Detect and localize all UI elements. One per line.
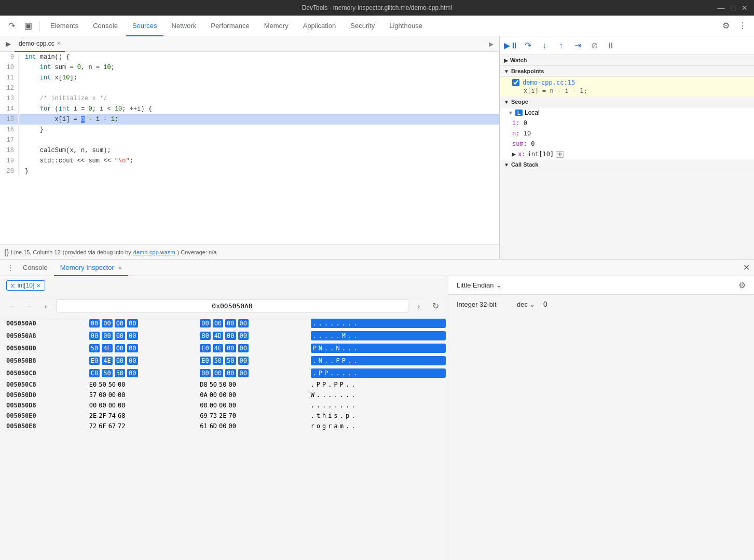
nav-separator-1 <box>39 21 40 31</box>
int32-value: 0 <box>543 300 547 308</box>
code-line-20: 20 } <box>0 166 499 176</box>
pause-on-exception-btn[interactable]: ⏸ <box>604 38 618 53</box>
table-row: 005050B0504E0000E04E0000PN..N... <box>0 342 448 354</box>
device-toggle-btn[interactable]: ▣ <box>21 19 35 33</box>
mem-addr-cell: 005050C0 <box>0 367 87 379</box>
refresh-btn[interactable]: ↻ <box>429 300 442 312</box>
mem-addr-cell: 005050A0 <box>0 317 87 330</box>
scope-var-n: n: 10 <box>500 128 754 139</box>
close-icon[interactable]: ✕ <box>742 4 748 12</box>
breakpoint-code-1: x[i] = n - i - 1; <box>512 87 742 94</box>
endian-select[interactable]: Little Endian ⌄ <box>457 281 502 289</box>
int32-row: Integer 32-bit dec ⌄ 0 <box>448 295 754 313</box>
bottom-tabs: ⋮ Console Memory Inspector ✕ ✕ <box>0 259 754 276</box>
mem-hex1-cell: 2E2F7468 <box>87 411 198 421</box>
scope-arrow: ▼ <box>504 99 509 105</box>
watch-arrow: ▶ <box>504 58 508 63</box>
mem-chars-cell: PN..N... <box>309 342 448 354</box>
code-area[interactable]: 9 int main() { 10 int sum = 0, n = 10; 1… <box>0 52 499 244</box>
mem-hex2-cell: D8505000 <box>198 379 308 390</box>
mem-addr-cell: 005050D8 <box>0 400 87 411</box>
code-line-11: 11 int x[10]; <box>0 73 499 83</box>
memory-inspector-tab-close[interactable]: ✕ <box>118 265 122 271</box>
debug-panel: ▶⏸ ↷ ↓ ↑ ⇥ ⊘ ⏸ ▶ Watch ▼ Breakpoints <box>500 36 754 259</box>
step-btn[interactable]: ⇥ <box>570 38 585 53</box>
memory-chip-close[interactable]: ✕ <box>36 283 40 289</box>
mem-addr-cell: 005050B0 <box>0 342 87 354</box>
endian-settings-icon[interactable]: ⚙ <box>738 280 746 290</box>
address-nav: ← → ‹ › ↻ <box>0 295 448 317</box>
tab-network[interactable]: Network <box>166 16 203 36</box>
tab-sources[interactable]: Sources <box>126 16 163 36</box>
addr-left-btn[interactable]: ‹ <box>39 300 52 312</box>
source-run-btn[interactable]: ▶ <box>485 38 497 50</box>
addr-back-btn[interactable]: ← <box>6 300 19 312</box>
memory-chip[interactable]: x: int[10] ✕ <box>6 280 45 291</box>
step-into-btn[interactable]: ↓ <box>537 38 552 53</box>
minimize-icon[interactable]: ― <box>718 4 725 12</box>
settings-icon-btn[interactable]: ⚙ <box>719 19 733 33</box>
call-stack-label: Call Stack <box>511 161 539 168</box>
table-row: 005050D80000000000000000........ <box>0 400 448 411</box>
step-out-btn[interactable]: ↑ <box>554 38 568 53</box>
window-controls[interactable]: ― □ ✕ <box>718 4 748 12</box>
watch-header[interactable]: ▶ Watch <box>500 55 754 66</box>
tab-performance[interactable]: Performance <box>204 16 255 36</box>
mem-chars-cell: .N..PP.. <box>309 354 448 367</box>
mem-hex1-cell: E04E0000 <box>87 354 198 367</box>
mem-addr-cell: 005050D0 <box>0 390 87 400</box>
call-stack-header[interactable]: ▼ Call Stack <box>500 159 754 170</box>
endian-bar: Little Endian ⌄ ⚙ <box>448 276 754 295</box>
mem-chars-cell: rogram.. <box>309 421 448 431</box>
deactivate-btn[interactable]: ⊘ <box>587 38 601 53</box>
mem-hex1-cell: 504E0000 <box>87 342 198 354</box>
breakpoints-label: Breakpoints <box>511 68 544 74</box>
more-icon-btn[interactable]: ⋮ <box>735 19 750 33</box>
source-tabs: ▶ demo-cpp.cc ✕ ▶ <box>0 36 499 52</box>
code-line-14: 14 for (int i = 0; i < 10; ++i) { <box>0 104 499 114</box>
table-row: 005050A00000000000000000........ <box>0 317 448 330</box>
breakpoint-checkbox-1[interactable] <box>512 79 519 86</box>
mem-hex2-cell: 00000000 <box>198 400 308 411</box>
tab-console-bottom[interactable]: Console <box>17 259 54 276</box>
breakpoints-header[interactable]: ▼ Breakpoints <box>500 66 754 77</box>
step-over-btn[interactable]: ↷ <box>520 38 535 53</box>
address-input[interactable] <box>56 299 408 312</box>
devtools-body: ▶ demo-cpp.cc ✕ ▶ 9 int main() { 10 int … <box>0 36 754 560</box>
tab-elements[interactable]: Elements <box>44 16 85 36</box>
mem-chars-cell: .PP..... <box>309 367 448 379</box>
source-tab-democpp[interactable]: demo-cpp.cc ✕ <box>15 36 65 52</box>
resume-btn[interactable]: ▶⏸ <box>504 38 518 53</box>
int32-format-value: dec <box>517 301 528 308</box>
cursor-icon-btn[interactable]: ↷ <box>4 19 19 33</box>
addr-forward-btn[interactable]: → <box>23 300 35 312</box>
tab-application[interactable]: Application <box>297 16 342 36</box>
code-line-10: 10 int sum = 0, n = 10; <box>0 62 499 73</box>
tab-memory[interactable]: Memory <box>258 16 295 36</box>
source-tab-close[interactable]: ✕ <box>57 40 61 46</box>
scope-local-arrow: ▼ <box>508 110 513 116</box>
tab-memory-inspector[interactable]: Memory Inspector ✕ <box>54 259 129 276</box>
status-link[interactable]: demo-cpp.wasm <box>133 249 175 255</box>
int32-label: Integer 32-bit <box>457 301 509 308</box>
bottom-toggle-btn[interactable]: ⋮ <box>4 262 17 274</box>
status-info: (provided via debug info by <box>63 249 131 255</box>
table-row: 005050D0570000000A000000W....... <box>0 390 448 400</box>
int32-format[interactable]: dec ⌄ <box>517 301 535 308</box>
panel-toggle-btn[interactable]: ▶ <box>2 38 15 50</box>
mem-hex1-cell: 00000000 <box>87 317 198 330</box>
bottom-panel-close-btn[interactable]: ✕ <box>743 263 750 272</box>
local-badge: L <box>515 110 523 116</box>
tab-security[interactable]: Security <box>344 16 381 36</box>
memory-table: 005050A00000000000000000........005050A8… <box>0 317 448 431</box>
scope-local-group[interactable]: ▼ L Local <box>500 107 754 118</box>
int32-format-chevron: ⌄ <box>529 301 535 308</box>
tab-lighthouse[interactable]: Lighthouse <box>383 16 429 36</box>
scope-var-x[interactable]: ▶ x: int[10] 👁 <box>500 149 754 159</box>
addr-right-btn[interactable]: › <box>413 300 425 312</box>
memory-left-panel: x: int[10] ✕ ← → ‹ › ↻ 005050A0000000000… <box>0 276 448 560</box>
mem-addr-cell: 005050A8 <box>0 330 87 342</box>
maximize-icon[interactable]: □ <box>731 4 735 12</box>
tab-console[interactable]: Console <box>87 16 124 36</box>
scope-header[interactable]: ▼ Scope <box>500 97 754 107</box>
